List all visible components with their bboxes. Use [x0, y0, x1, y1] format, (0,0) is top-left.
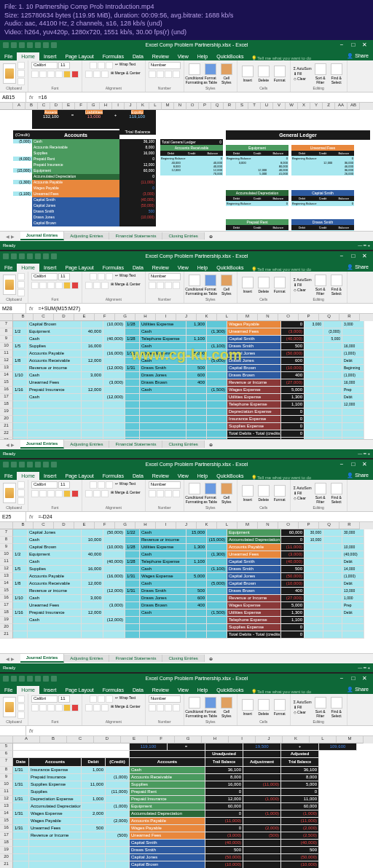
cell-styles-button[interactable]: Cell Styles [219, 63, 234, 84]
conditional-formatting-button[interactable]: Conditional Formatting [187, 274, 202, 296]
tab-help[interactable]: Help [193, 686, 212, 694]
tab-review[interactable]: Review [148, 686, 173, 694]
underline-button[interactable] [47, 704, 55, 711]
number-format-select[interactable]: Number [149, 62, 181, 69]
quick-access-toolbar[interactable] [3, 253, 57, 259]
cell-styles-button[interactable]: Cell Styles [219, 696, 234, 718]
copy-button[interactable] [17, 489, 25, 497]
fx-icon[interactable]: fx [26, 95, 36, 100]
sheet-tab-adjusting-entries[interactable]: Adjusting Entries [64, 441, 109, 448]
font-color-button[interactable] [71, 704, 79, 711]
tab-data[interactable]: Data [128, 52, 148, 60]
format-painter-button[interactable] [17, 78, 25, 85]
worksheet-grid[interactable]: BCDEFGHIJKLMNOPQR7Capital Jones(50,000)1… [0, 522, 373, 653]
insert-cells-button[interactable]: Insert [240, 482, 255, 504]
italic-button[interactable] [39, 282, 47, 289]
tab-file[interactable]: File [0, 52, 17, 60]
font-select[interactable]: Calibri [31, 481, 58, 489]
cell-styles-button[interactable]: Cell Styles [219, 274, 234, 296]
bold-button[interactable] [31, 490, 39, 497]
tab-file[interactable]: File [0, 472, 17, 480]
border-button[interactable] [55, 490, 63, 497]
sheet-tab-adjusting-entries[interactable]: Adjusting Entries [64, 232, 109, 240]
sheet-tab-journal-entries[interactable]: Journal Entries [20, 654, 65, 663]
tab-formulas[interactable]: Formulas [98, 472, 128, 480]
find-select-button[interactable]: Find & Select [329, 63, 344, 84]
worksheet-grid[interactable]: ABCDEFGHIJKLM5119,100=19,500+109,6006Una… [0, 736, 373, 868]
insert-cells-button[interactable]: Insert [240, 63, 255, 84]
bold-button[interactable] [31, 71, 39, 78]
font-color-button[interactable] [71, 71, 79, 78]
tab-view[interactable]: View [173, 52, 193, 60]
tab-help[interactable]: Help [193, 472, 212, 480]
worksheet-grid[interactable]: BCDEFGHIJKLMNOPQR7Capital Brown(10,000)1… [0, 314, 373, 439]
sort-filter-button[interactable]: Sort & Filter [313, 63, 328, 84]
format-cells-button[interactable]: Format [272, 274, 287, 296]
insert-cells-button[interactable]: Insert [240, 696, 255, 718]
tab-page-layout[interactable]: Page Layout [60, 264, 98, 272]
tab-page-layout[interactable]: Page Layout [60, 472, 98, 480]
sheet-tab-closing-entries[interactable]: Closing Entries [162, 655, 204, 662]
tab-help[interactable]: Help [193, 264, 212, 272]
copy-button[interactable] [17, 281, 25, 288]
format-as-table-button[interactable]: Format as Table [203, 274, 218, 296]
formula-input[interactable]: =16 [36, 95, 373, 100]
font-size-select[interactable]: 11 [58, 695, 70, 703]
tab-file[interactable]: File [0, 264, 17, 272]
cut-button[interactable] [17, 481, 25, 489]
border-button[interactable] [55, 282, 63, 289]
bold-button[interactable] [31, 704, 39, 711]
number-format-select[interactable]: Number [149, 273, 181, 280]
tab-home[interactable]: Home [17, 472, 39, 480]
delete-cells-button[interactable]: Delete [256, 274, 271, 296]
worksheet-grid[interactable]: ABCDEFGHIJKLMNOPQRSTUVWXYZAAAB Assets132… [0, 103, 373, 231]
tab-review[interactable]: Review [148, 472, 173, 480]
sheet-tab-journal-entries[interactable]: Journal Entries [20, 232, 65, 240]
bold-button[interactable] [31, 282, 39, 289]
find-select-button[interactable]: Find & Select [329, 482, 344, 504]
font-color-button[interactable] [71, 490, 79, 497]
sheet-tab-journal-entries[interactable]: Journal Entries [20, 440, 65, 449]
paste-button[interactable] [3, 63, 16, 84]
delete-cells-button[interactable]: Delete [256, 696, 271, 718]
name-box[interactable]: AB15 [0, 92, 26, 102]
format-as-table-button[interactable]: Format as Table [203, 482, 218, 504]
fill-color-button[interactable] [63, 71, 71, 78]
quick-access-toolbar[interactable] [3, 42, 57, 48]
sort-filter-button[interactable]: Sort & Filter [313, 274, 328, 296]
tab-insert[interactable]: Insert [39, 472, 61, 480]
find-select-button[interactable]: Find & Select [329, 696, 344, 718]
paste-button[interactable] [3, 275, 16, 295]
conditional-formatting-button[interactable]: Conditional Formatting [187, 63, 202, 84]
tab-data[interactable]: Data [128, 472, 148, 480]
tab-view[interactable]: View [173, 264, 193, 272]
underline-button[interactable] [47, 282, 55, 289]
copy-button[interactable] [17, 70, 25, 77]
tell-me-search[interactable]: 💡 Tell me what you want to do [251, 55, 343, 60]
sort-filter-button[interactable]: Sort & Filter [313, 482, 328, 504]
name-box[interactable]: E25 [0, 512, 26, 521]
italic-button[interactable] [39, 704, 47, 711]
name-box[interactable]: M28 [0, 304, 26, 313]
conditional-formatting-button[interactable]: Conditional Formatting [187, 696, 202, 718]
font-select[interactable]: Calibri [31, 695, 58, 703]
cut-button[interactable] [17, 62, 25, 69]
tab-home[interactable]: Home [17, 264, 39, 272]
tab-home[interactable]: Home [17, 686, 39, 694]
cut-button[interactable] [17, 273, 25, 280]
sheet-tab-financial-statements[interactable]: Financial Statements [109, 232, 162, 240]
border-button[interactable] [55, 704, 63, 711]
tab-page-layout[interactable]: Page Layout [60, 52, 98, 60]
delete-cells-button[interactable]: Delete [256, 482, 271, 504]
cut-button[interactable] [17, 695, 25, 703]
format-cells-button[interactable]: Format [272, 482, 287, 504]
tab-quickbooks[interactable]: QuickBooks [212, 264, 248, 272]
sheet-tab-adjusting-entries[interactable]: Adjusting Entries [64, 655, 109, 662]
font-size-select[interactable]: 11 [58, 273, 70, 280]
window-controls[interactable]: −□✕ [337, 41, 370, 50]
tab-formulas[interactable]: Formulas [98, 264, 128, 272]
tab-quickbooks[interactable]: QuickBooks [212, 52, 248, 60]
tab-home[interactable]: Home [17, 52, 39, 60]
conditional-formatting-button[interactable]: Conditional Formatting [187, 482, 202, 504]
font-size-select[interactable]: 11 [58, 481, 70, 489]
